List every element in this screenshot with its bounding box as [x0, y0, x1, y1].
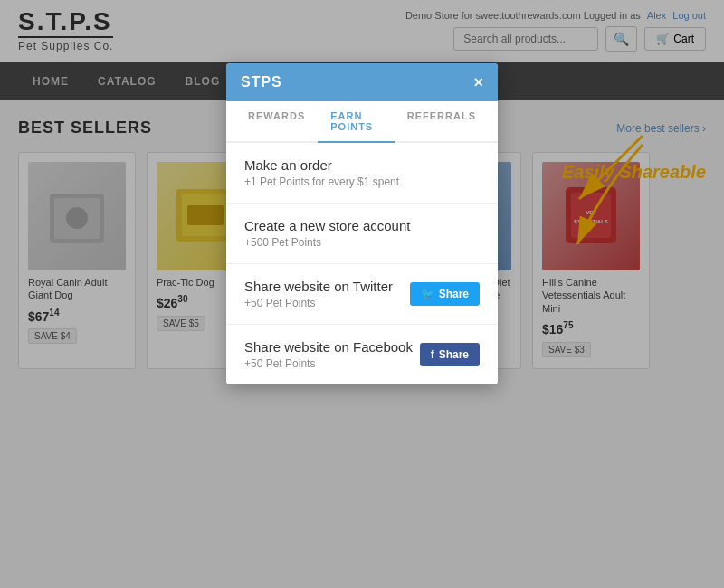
rewards-modal: STPS × REWARDS EARN POINTS REFERRALS Mak… — [226, 63, 498, 384]
tab-referrals[interactable]: REFERRALS — [395, 101, 489, 143]
reward-item-new-account: Create a new store account +500 Pet Poin… — [226, 204, 498, 264]
modal-close-button[interactable]: × — [473, 74, 483, 90]
tab-earn-points[interactable]: EARN POINTS — [318, 101, 395, 143]
reward-item-make-order: Make an order +1 Pet Points for every $1… — [226, 143, 498, 204]
reward-info: Share website on Twitter +50 Pet Points — [244, 279, 410, 309]
reward-points: +500 Pet Points — [244, 236, 480, 249]
reward-points: +50 Pet Points — [244, 357, 420, 370]
reward-name: Share website on Facebook — [244, 339, 420, 355]
reward-info: Share website on Facebook +50 Pet Points — [244, 339, 420, 370]
modal-title: STPS — [241, 74, 282, 90]
facebook-icon: f — [431, 348, 434, 361]
reward-name: Make an order — [244, 157, 480, 173]
reward-points: +50 Pet Points — [244, 297, 410, 309]
reward-item-twitter: Share website on Twitter +50 Pet Points … — [226, 264, 498, 325]
reward-name: Share website on Twitter — [244, 279, 410, 294]
twitter-share-label: Share — [439, 288, 469, 300]
modal-header: STPS × — [226, 63, 498, 101]
reward-info: Create a new store account +500 Pet Poin… — [244, 218, 480, 249]
twitter-icon: 🐦 — [421, 288, 434, 300]
modal-tabs: REWARDS EARN POINTS REFERRALS — [226, 101, 498, 143]
tab-rewards[interactable]: REWARDS — [235, 101, 318, 143]
facebook-share-label: Share — [439, 348, 469, 361]
modal-overlay: STPS × REWARDS EARN POINTS REFERRALS Mak… — [0, 0, 724, 588]
reward-points: +1 Pet Points for every $1 spent — [244, 175, 480, 188]
reward-info: Make an order +1 Pet Points for every $1… — [244, 157, 480, 188]
modal-body: Make an order +1 Pet Points for every $1… — [226, 143, 498, 384]
twitter-share-button[interactable]: 🐦 Share — [410, 282, 480, 306]
facebook-share-button[interactable]: f Share — [420, 343, 480, 366]
reward-name: Create a new store account — [244, 218, 480, 233]
reward-item-facebook: Share website on Facebook +50 Pet Points… — [226, 325, 498, 384]
